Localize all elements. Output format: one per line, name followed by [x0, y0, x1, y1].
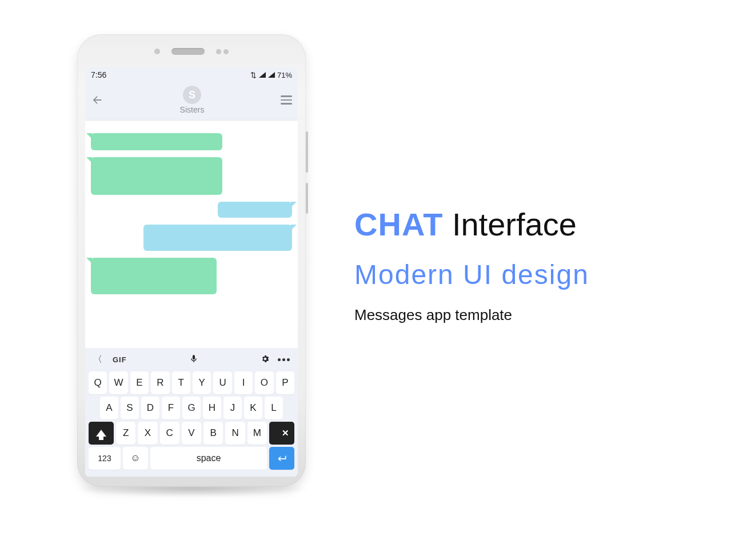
menu-button[interactable]: [281, 95, 292, 105]
key-i[interactable]: I: [234, 371, 253, 394]
key-l[interactable]: L: [265, 397, 283, 419]
chat-name: Sisters: [180, 105, 205, 114]
arrow-left-icon: [91, 94, 103, 106]
promo-text: CHAT Interface Modern UI design Messages…: [354, 206, 589, 324]
key-q[interactable]: Q: [89, 371, 107, 394]
enter-icon: [276, 453, 287, 464]
menu-line-icon: [281, 99, 292, 101]
key-f[interactable]: F: [162, 397, 180, 419]
menu-line-icon: [281, 103, 292, 105]
space-key[interactable]: space: [150, 447, 267, 470]
avatar-letter: S: [189, 89, 195, 101]
status-time: 7:56: [91, 70, 106, 79]
key-d[interactable]: D: [141, 397, 159, 419]
settings-icon[interactable]: [261, 354, 270, 366]
more-icon[interactable]: [278, 358, 290, 361]
key-r[interactable]: R: [151, 371, 169, 394]
chevron-left-icon[interactable]: 〈: [93, 354, 102, 366]
title-line-1: CHAT Interface: [354, 206, 589, 243]
shift-icon: [96, 430, 106, 437]
earpiece: [171, 48, 205, 55]
message-received[interactable]: [91, 133, 222, 150]
key-p[interactable]: P: [276, 371, 294, 394]
keyboard-row-2: ASDFGHJKL: [89, 397, 294, 419]
keyboard-row-4: 123 ☺ space: [89, 447, 294, 470]
earpiece-row: [77, 48, 306, 55]
avatar: S: [183, 86, 201, 104]
key-b[interactable]: B: [203, 422, 223, 445]
sensor-dot: [154, 49, 160, 54]
title-interface-word: Interface: [452, 206, 577, 242]
back-button[interactable]: [91, 94, 103, 106]
key-m[interactable]: M: [247, 422, 267, 445]
camera-dot: [223, 49, 229, 54]
key-j[interactable]: J: [223, 397, 242, 419]
key-a[interactable]: A: [100, 397, 118, 419]
microphone-icon[interactable]: [189, 354, 198, 366]
status-bar: 7:56 ⇅ 71%: [85, 67, 298, 82]
enter-key[interactable]: [269, 447, 294, 470]
key-h[interactable]: H: [203, 397, 221, 419]
message-received[interactable]: [91, 157, 222, 195]
message-sent[interactable]: [143, 225, 292, 251]
phone-body: 7:56 ⇅ 71% S Sisters: [77, 34, 306, 487]
key-s[interactable]: S: [121, 397, 139, 419]
key-c[interactable]: C: [160, 422, 179, 445]
title-chat-word: CHAT: [354, 206, 443, 242]
keyboard-row-3: ZXCVBNM ✕: [89, 422, 294, 445]
phone-mockup: 7:56 ⇅ 71% S Sisters: [77, 34, 306, 491]
key-w[interactable]: W: [109, 371, 127, 394]
caption: Messages app template: [354, 306, 589, 324]
message-sent[interactable]: [218, 202, 292, 218]
gif-button[interactable]: GIF: [113, 355, 127, 364]
key-x[interactable]: X: [138, 422, 157, 445]
key-o[interactable]: O: [255, 371, 273, 394]
keyboard-toolbar: 〈 GIF: [87, 350, 295, 369]
backspace-key[interactable]: ✕: [269, 422, 294, 445]
data-arrows-icon: ⇅: [250, 71, 257, 79]
key-t[interactable]: T: [172, 371, 190, 394]
chat-area[interactable]: [85, 121, 298, 348]
key-n[interactable]: N: [225, 422, 245, 445]
menu-line-icon: [281, 95, 292, 97]
backspace-icon: ✕: [270, 427, 294, 439]
key-u[interactable]: U: [213, 371, 231, 394]
camera-pair: [216, 49, 229, 54]
signal-icon: [259, 72, 266, 78]
key-y[interactable]: Y: [193, 371, 211, 394]
message-received[interactable]: [91, 258, 217, 294]
side-button-2: [306, 183, 308, 214]
side-button: [306, 131, 308, 173]
signal-icon-2: [268, 72, 275, 78]
numbers-key[interactable]: 123: [89, 447, 121, 470]
emoji-key[interactable]: ☺: [123, 447, 148, 470]
chat-header: S Sisters: [85, 82, 298, 121]
key-k[interactable]: K: [244, 397, 262, 419]
keyboard: 〈 GIF QWERTYUIOP ASDFGHJKL ZXCV: [85, 348, 298, 477]
battery-text: 71%: [277, 71, 292, 79]
shift-key[interactable]: [89, 422, 114, 445]
subtitle: Modern UI design: [354, 259, 589, 290]
screen: 7:56 ⇅ 71% S Sisters: [85, 67, 298, 477]
camera-dot: [216, 49, 221, 54]
keyboard-row-1: QWERTYUIOP: [89, 371, 294, 394]
header-center[interactable]: S Sisters: [180, 86, 205, 114]
key-g[interactable]: G: [182, 397, 201, 419]
status-right: ⇅ 71%: [250, 71, 292, 79]
key-e[interactable]: E: [130, 371, 149, 394]
key-z[interactable]: Z: [116, 422, 135, 445]
key-v[interactable]: V: [182, 422, 201, 445]
